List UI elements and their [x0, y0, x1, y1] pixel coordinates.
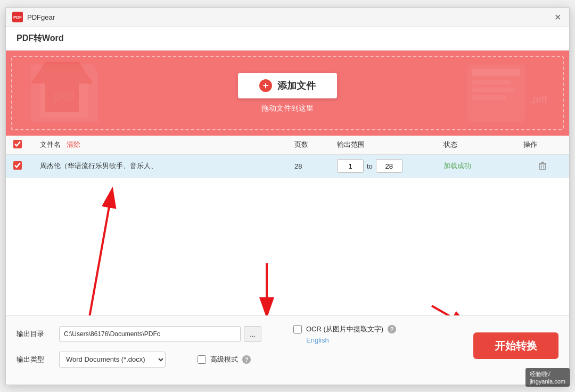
svg-rect-6: [472, 79, 511, 84]
row-range: to: [335, 159, 441, 173]
delete-row-button[interactable]: [521, 161, 564, 171]
start-convert-button[interactable]: 开始转换: [473, 332, 558, 359]
table-area: 文件名 清除 页数 输出范围 状态 操作 周杰伦（华语流行乐男歌手、音乐人、 2…: [6, 136, 569, 315]
browse-button[interactable]: ...: [244, 326, 261, 342]
range-from-input[interactable]: [337, 159, 364, 173]
header-checkbox-col: [11, 140, 38, 150]
row-status: 加载成功: [441, 161, 521, 171]
app-title: PDFgear: [27, 13, 55, 21]
svg-rect-7: [472, 87, 515, 92]
advanced-checkbox[interactable]: [198, 355, 206, 364]
advanced-area: 高级模式 ?: [198, 355, 251, 364]
decoration-left: .pdf: [17, 56, 112, 130]
advanced-help-icon[interactable]: ?: [242, 355, 251, 364]
output-dir-label: 输出目录: [17, 329, 48, 339]
header-pages: 页数: [292, 140, 335, 149]
bottom-area: 输出目录 ... OCR (从图片中提取文字) ? English: [6, 315, 569, 385]
table-row: 周杰伦（华语流行乐男歌手、音乐人、 28 to 加载成功: [6, 155, 569, 178]
trash-icon: [538, 161, 547, 171]
svg-rect-12: [540, 164, 546, 170]
range-separator: to: [367, 162, 373, 170]
add-file-button[interactable]: + 添加文件: [238, 73, 337, 98]
svg-text:.pdf: .pdf: [530, 94, 548, 105]
row-filename: 周杰伦（华语流行乐男歌手、音乐人、: [38, 161, 292, 171]
page-header: PDF转Word: [6, 27, 569, 51]
row-checkbox-cell: [11, 161, 38, 171]
ocr-checkbox[interactable]: [293, 325, 302, 333]
row-checkbox[interactable]: [13, 161, 22, 170]
close-button[interactable]: ✕: [552, 12, 563, 22]
range-to-input[interactable]: [376, 159, 402, 173]
output-type-row: 输出类型 Word Documents (*.docx) Word 97-200…: [17, 352, 441, 368]
path-input[interactable]: [59, 326, 241, 342]
decoration-right: .pdf: [463, 56, 558, 130]
output-dir-row: 输出目录 ... OCR (从图片中提取文字) ? English: [17, 324, 441, 344]
ocr-area: OCR (从图片中提取文字) ? English: [293, 324, 396, 344]
advanced-label: 高级模式: [210, 355, 238, 364]
app-icon: PDF: [12, 12, 23, 22]
clear-button[interactable]: 清除: [67, 140, 80, 148]
header-output-range: 输出范围: [335, 140, 441, 149]
header-filename: 文件名 清除: [38, 140, 292, 149]
watermark: 经验啦√jingyanla.com: [525, 368, 570, 387]
plus-icon: +: [259, 79, 272, 92]
upload-hint: 拖动文件到这里: [261, 104, 314, 113]
select-all-checkbox[interactable]: [13, 140, 22, 148]
svg-rect-5: [472, 69, 520, 77]
title-bar: PDF PDFgear ✕: [6, 8, 569, 27]
ocr-language-link[interactable]: English: [306, 336, 396, 344]
ocr-label: OCR (从图片中提取文字): [306, 324, 383, 334]
header-action: 操作: [521, 140, 564, 149]
row-pages: 28: [292, 162, 335, 170]
output-type-select[interactable]: Word Documents (*.docx) Word 97-2003 (*.…: [59, 352, 166, 368]
output-type-label: 输出类型: [17, 355, 48, 364]
upload-area[interactable]: .pdf .pdf + 添加文件 拖动文件到这里: [6, 51, 569, 136]
svg-rect-11: [541, 162, 544, 163]
ocr-help-icon[interactable]: ?: [388, 325, 396, 333]
table-header: 文件名 清除 页数 输出范围 状态 操作: [6, 136, 569, 155]
page-title: PDF转Word: [17, 33, 64, 44]
header-status: 状态: [441, 140, 521, 149]
svg-rect-8: [472, 95, 506, 99]
path-input-area: ...: [59, 326, 261, 342]
add-file-label: 添加文件: [277, 79, 316, 92]
